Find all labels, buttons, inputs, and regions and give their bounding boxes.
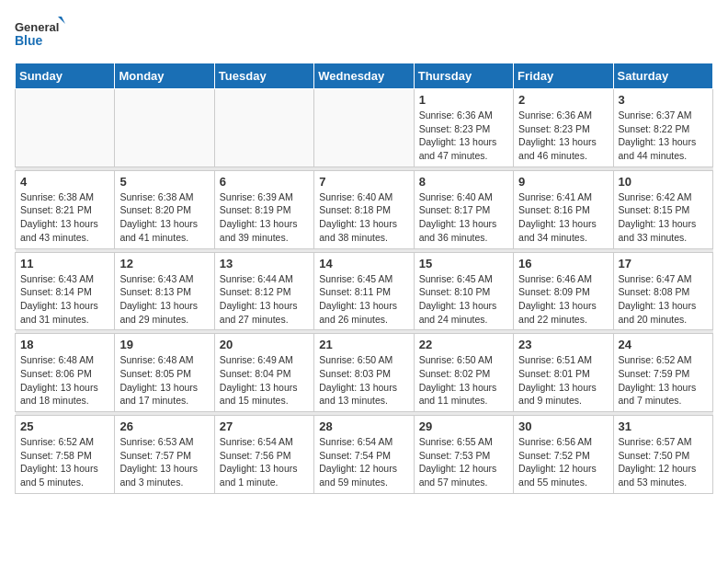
day-header-friday: Friday bbox=[514, 63, 613, 89]
calendar-cell: 22Sunrise: 6:50 AM Sunset: 8:02 PM Dayli… bbox=[414, 334, 513, 412]
calendar-cell: 29Sunrise: 6:55 AM Sunset: 7:53 PM Dayli… bbox=[414, 416, 513, 494]
calendar-cell: 10Sunrise: 6:42 AM Sunset: 8:15 PM Dayli… bbox=[613, 170, 712, 248]
day-number: 23 bbox=[518, 338, 608, 351]
calendar-cell bbox=[115, 89, 214, 167]
day-info: Sunrise: 6:36 AM Sunset: 8:23 PM Dayligh… bbox=[518, 109, 608, 163]
day-number: 26 bbox=[119, 419, 209, 433]
day-number: 25 bbox=[20, 419, 109, 433]
day-info: Sunrise: 6:42 AM Sunset: 8:15 PM Dayligh… bbox=[619, 190, 708, 245]
calendar-cell: 3Sunrise: 6:37 AM Sunset: 8:22 PM Daylig… bbox=[613, 89, 712, 167]
day-info: Sunrise: 6:48 AM Sunset: 8:05 PM Dayligh… bbox=[119, 353, 209, 408]
day-number: 3 bbox=[619, 93, 708, 107]
day-number: 18 bbox=[20, 338, 109, 351]
calendar-cell bbox=[214, 89, 313, 167]
day-info: Sunrise: 6:53 AM Sunset: 7:57 PM Dayligh… bbox=[119, 435, 209, 489]
calendar-cell: 15Sunrise: 6:45 AM Sunset: 8:10 PM Dayli… bbox=[414, 252, 513, 330]
day-number: 8 bbox=[419, 175, 508, 189]
day-header-monday: Monday bbox=[115, 63, 214, 89]
logo: General Blue bbox=[15, 15, 65, 52]
calendar-cell: 11Sunrise: 6:43 AM Sunset: 8:14 PM Dayli… bbox=[16, 252, 115, 330]
day-header-saturday: Saturday bbox=[613, 63, 712, 89]
day-number: 10 bbox=[619, 175, 708, 189]
calendar-week-1: 1Sunrise: 6:36 AM Sunset: 8:23 PM Daylig… bbox=[16, 89, 713, 167]
day-info: Sunrise: 6:39 AM Sunset: 8:19 PM Dayligh… bbox=[220, 190, 309, 245]
calendar-cell bbox=[314, 89, 414, 167]
day-number: 22 bbox=[419, 338, 508, 351]
day-info: Sunrise: 6:45 AM Sunset: 8:11 PM Dayligh… bbox=[319, 272, 408, 327]
day-number: 21 bbox=[319, 338, 408, 351]
day-info: Sunrise: 6:48 AM Sunset: 8:06 PM Dayligh… bbox=[20, 353, 109, 408]
calendar-cell: 17Sunrise: 6:47 AM Sunset: 8:08 PM Dayli… bbox=[613, 252, 712, 330]
day-info: Sunrise: 6:37 AM Sunset: 8:22 PM Dayligh… bbox=[619, 109, 708, 163]
day-number: 24 bbox=[619, 338, 708, 351]
day-info: Sunrise: 6:50 AM Sunset: 8:02 PM Dayligh… bbox=[419, 353, 508, 408]
day-info: Sunrise: 6:40 AM Sunset: 8:17 PM Dayligh… bbox=[419, 190, 508, 245]
calendar-cell: 5Sunrise: 6:38 AM Sunset: 8:20 PM Daylig… bbox=[115, 170, 214, 248]
day-number: 9 bbox=[518, 175, 608, 189]
day-number: 30 bbox=[518, 419, 608, 433]
calendar-header-row: SundayMondayTuesdayWednesdayThursdayFrid… bbox=[16, 63, 713, 89]
day-info: Sunrise: 6:43 AM Sunset: 8:14 PM Dayligh… bbox=[20, 272, 109, 327]
day-number: 19 bbox=[119, 338, 209, 351]
logo-svg: General Blue bbox=[15, 15, 65, 52]
day-number: 12 bbox=[119, 257, 209, 270]
calendar-cell: 30Sunrise: 6:56 AM Sunset: 7:52 PM Dayli… bbox=[514, 416, 613, 494]
calendar-cell: 25Sunrise: 6:52 AM Sunset: 7:58 PM Dayli… bbox=[16, 416, 115, 494]
day-info: Sunrise: 6:50 AM Sunset: 8:03 PM Dayligh… bbox=[319, 353, 408, 408]
day-info: Sunrise: 6:54 AM Sunset: 7:54 PM Dayligh… bbox=[319, 435, 408, 489]
day-info: Sunrise: 6:57 AM Sunset: 7:50 PM Dayligh… bbox=[619, 435, 708, 489]
day-info: Sunrise: 6:46 AM Sunset: 8:09 PM Dayligh… bbox=[518, 272, 608, 327]
calendar-week-2: 4Sunrise: 6:38 AM Sunset: 8:21 PM Daylig… bbox=[16, 170, 713, 248]
day-info: Sunrise: 6:40 AM Sunset: 8:18 PM Dayligh… bbox=[319, 190, 408, 245]
calendar-cell: 23Sunrise: 6:51 AM Sunset: 8:01 PM Dayli… bbox=[514, 334, 613, 412]
calendar-cell: 27Sunrise: 6:54 AM Sunset: 7:56 PM Dayli… bbox=[214, 416, 313, 494]
day-info: Sunrise: 6:51 AM Sunset: 8:01 PM Dayligh… bbox=[518, 353, 608, 408]
calendar-cell: 8Sunrise: 6:40 AM Sunset: 8:17 PM Daylig… bbox=[414, 170, 513, 248]
calendar-cell: 1Sunrise: 6:36 AM Sunset: 8:23 PM Daylig… bbox=[414, 89, 513, 167]
calendar-cell: 21Sunrise: 6:50 AM Sunset: 8:03 PM Dayli… bbox=[314, 334, 414, 412]
calendar-cell: 12Sunrise: 6:43 AM Sunset: 8:13 PM Dayli… bbox=[115, 252, 214, 330]
calendar-cell: 16Sunrise: 6:46 AM Sunset: 8:09 PM Dayli… bbox=[514, 252, 613, 330]
calendar-week-5: 25Sunrise: 6:52 AM Sunset: 7:58 PM Dayli… bbox=[16, 416, 713, 494]
day-header-wednesday: Wednesday bbox=[314, 63, 414, 89]
calendar-cell: 9Sunrise: 6:41 AM Sunset: 8:16 PM Daylig… bbox=[514, 170, 613, 248]
svg-text:Blue: Blue bbox=[15, 33, 43, 48]
day-number: 17 bbox=[619, 257, 708, 270]
calendar-cell: 24Sunrise: 6:52 AM Sunset: 7:59 PM Dayli… bbox=[613, 334, 712, 412]
day-number: 5 bbox=[119, 175, 209, 189]
day-info: Sunrise: 6:38 AM Sunset: 8:21 PM Dayligh… bbox=[20, 190, 109, 245]
day-number: 6 bbox=[220, 175, 309, 189]
calendar-week-4: 18Sunrise: 6:48 AM Sunset: 8:06 PM Dayli… bbox=[16, 334, 713, 412]
day-info: Sunrise: 6:49 AM Sunset: 8:04 PM Dayligh… bbox=[220, 353, 309, 408]
day-number: 11 bbox=[20, 257, 109, 270]
day-info: Sunrise: 6:54 AM Sunset: 7:56 PM Dayligh… bbox=[220, 435, 309, 489]
page-header: General Blue bbox=[15, 15, 713, 52]
calendar-cell: 20Sunrise: 6:49 AM Sunset: 8:04 PM Dayli… bbox=[214, 334, 313, 412]
calendar-week-3: 11Sunrise: 6:43 AM Sunset: 8:14 PM Dayli… bbox=[16, 252, 713, 330]
day-info: Sunrise: 6:52 AM Sunset: 7:58 PM Dayligh… bbox=[20, 435, 109, 489]
day-info: Sunrise: 6:41 AM Sunset: 8:16 PM Dayligh… bbox=[518, 190, 608, 245]
svg-text:General: General bbox=[15, 20, 59, 34]
calendar-cell: 2Sunrise: 6:36 AM Sunset: 8:23 PM Daylig… bbox=[514, 89, 613, 167]
day-info: Sunrise: 6:36 AM Sunset: 8:23 PM Dayligh… bbox=[419, 109, 508, 163]
day-number: 16 bbox=[518, 257, 608, 270]
day-number: 14 bbox=[319, 257, 408, 270]
day-header-thursday: Thursday bbox=[414, 63, 513, 89]
day-number: 20 bbox=[220, 338, 309, 351]
day-info: Sunrise: 6:52 AM Sunset: 7:59 PM Dayligh… bbox=[619, 353, 708, 408]
day-info: Sunrise: 6:55 AM Sunset: 7:53 PM Dayligh… bbox=[419, 435, 508, 489]
calendar-cell bbox=[16, 89, 115, 167]
day-info: Sunrise: 6:38 AM Sunset: 8:20 PM Dayligh… bbox=[119, 190, 209, 245]
calendar-cell: 14Sunrise: 6:45 AM Sunset: 8:11 PM Dayli… bbox=[314, 252, 414, 330]
day-number: 7 bbox=[319, 175, 408, 189]
calendar-cell: 26Sunrise: 6:53 AM Sunset: 7:57 PM Dayli… bbox=[115, 416, 214, 494]
day-number: 31 bbox=[619, 419, 708, 433]
calendar-cell: 4Sunrise: 6:38 AM Sunset: 8:21 PM Daylig… bbox=[16, 170, 115, 248]
day-number: 1 bbox=[419, 93, 508, 107]
day-info: Sunrise: 6:45 AM Sunset: 8:10 PM Dayligh… bbox=[419, 272, 508, 327]
day-number: 15 bbox=[419, 257, 508, 270]
day-number: 2 bbox=[518, 93, 608, 107]
day-info: Sunrise: 6:47 AM Sunset: 8:08 PM Dayligh… bbox=[619, 272, 708, 327]
day-number: 29 bbox=[419, 419, 508, 433]
day-number: 28 bbox=[319, 419, 408, 433]
